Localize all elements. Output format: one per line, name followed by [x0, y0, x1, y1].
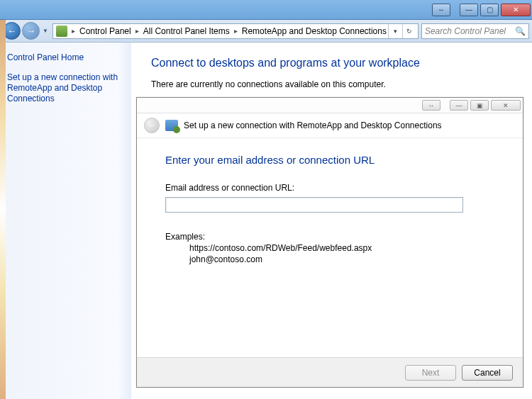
example-url: https://contoso.com/RDWeb/Feed/webfeed.a…	[165, 242, 494, 254]
close-button[interactable]: ✕	[501, 4, 531, 16]
breadcrumb-item[interactable]: RemoteApp and Desktop Connections	[240, 26, 388, 36]
breadcrumb[interactable]: ▸ Control Panel ▸ All Control Panel Item…	[52, 23, 419, 39]
dialog-back-button[interactable]: ←	[144, 118, 160, 133]
dialog-header-text: Set up a new connection with RemoteApp a…	[184, 120, 442, 130]
breadcrumb-item[interactable]: Control Panel	[78, 26, 133, 36]
connection-url-label: Email address or connection URL:	[165, 183, 494, 193]
refresh-button[interactable]: ↻	[402, 24, 416, 38]
breadcrumb-item[interactable]: All Control Panel Items	[142, 26, 231, 36]
setup-connection-dialog: ↔ — ▣ ✕ ← Set up a new connection with R…	[136, 97, 523, 388]
minimize-button[interactable]: —	[460, 4, 478, 16]
dialog-footer: Next Cancel	[137, 357, 523, 387]
dialog-expand-button[interactable]: ↔	[422, 100, 440, 111]
breadcrumb-dropdown[interactable]: ▾	[388, 24, 402, 38]
breadcrumb-separator: ▸	[69, 27, 78, 35]
breadcrumb-separator: ▸	[231, 27, 240, 35]
sidebar: Control Panel Home Set up a new connecti…	[0, 43, 131, 399]
breadcrumb-separator: ▸	[133, 27, 142, 35]
dialog-close-button[interactable]: ✕	[491, 100, 521, 111]
next-button[interactable]: Next	[405, 365, 456, 381]
expand-button[interactable]: ↔	[432, 4, 450, 16]
control-panel-home-link[interactable]: Control Panel Home	[7, 52, 124, 62]
dialog-title: Enter your email address or connection U…	[165, 154, 494, 166]
remoteapp-icon	[165, 120, 178, 131]
nav-back-button[interactable]: ←	[3, 22, 21, 40]
search-input[interactable]: Search Control Panel 🔍	[421, 23, 529, 39]
dialog-minimize-button[interactable]: —	[450, 100, 468, 111]
examples-block: Examples: https://contoso.com/RDWeb/Feed…	[165, 231, 494, 265]
control-panel-icon	[56, 26, 67, 37]
example-email: john@contoso.com	[165, 254, 494, 265]
window-titlebar: ↔ — ▢ ✕	[0, 0, 532, 20]
dialog-body: Enter your email address or connection U…	[137, 138, 523, 357]
dialog-header: ← Set up a new connection with RemoteApp…	[137, 113, 523, 138]
nav-history-dropdown[interactable]: ▼	[41, 28, 50, 34]
setup-connection-link[interactable]: Set up a new connection with RemoteApp a…	[7, 72, 124, 104]
search-icon: 🔍	[515, 26, 526, 36]
search-placeholder: Search Control Panel	[425, 26, 506, 36]
cancel-button[interactable]: Cancel	[462, 365, 513, 381]
page-text: There are currently no connections avail…	[151, 79, 512, 89]
maximize-button[interactable]: ▢	[480, 4, 499, 16]
address-bar: ← → ▼ ▸ Control Panel ▸ All Control Pane…	[0, 20, 532, 43]
dialog-maximize-button[interactable]: ▣	[470, 100, 489, 111]
nav-forward-button[interactable]: →	[22, 22, 40, 40]
page-title: Connect to desktops and programs at your…	[151, 57, 512, 69]
examples-label: Examples:	[165, 231, 494, 242]
dialog-titlebar: ↔ — ▣ ✕	[137, 98, 523, 113]
connection-url-input[interactable]	[165, 197, 463, 213]
